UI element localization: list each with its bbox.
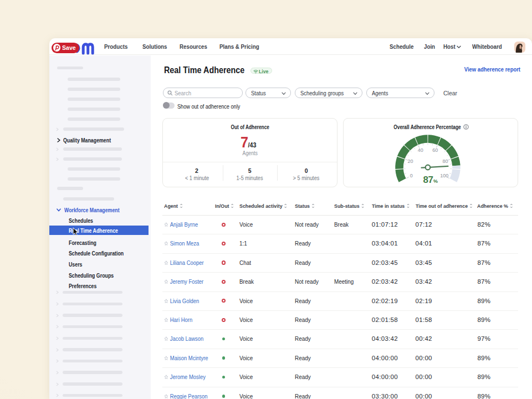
svg-text:0: 0 bbox=[410, 173, 413, 178]
svg-text:80: 80 bbox=[443, 158, 448, 164]
svg-text:%: % bbox=[433, 178, 438, 184]
svg-text:100: 100 bbox=[440, 173, 448, 178]
svg-text:60: 60 bbox=[432, 147, 438, 153]
svg-text:87: 87 bbox=[423, 175, 433, 185]
svg-text:40: 40 bbox=[418, 147, 423, 153]
svg-text:20: 20 bbox=[407, 158, 413, 164]
